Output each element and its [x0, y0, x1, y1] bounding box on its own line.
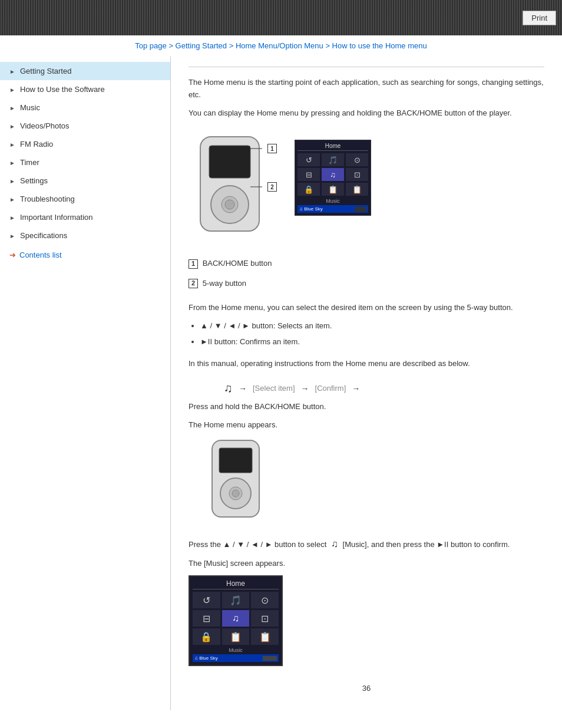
contents-list-arrow-icon: ➔ [9, 251, 16, 259]
nav-step-3: [Confirm] [315, 384, 346, 393]
sidebar-item-fm-radio[interactable]: ► FM Radio [0, 135, 170, 153]
battery-icon [355, 207, 366, 212]
step2-player-svg [206, 437, 265, 523]
intro-paragraph-2: You can display the Home menu by pressin… [189, 107, 544, 120]
large-home-cell-7: 🔒 [193, 628, 220, 645]
breadcrumb-sep3: > [325, 41, 332, 50]
home-screen-grid: ↺ 🎵 ⊙ ⊟ ♫ ⊡ 🔒 📋 📋 [297, 153, 368, 196]
breadcrumb-getting-started[interactable]: Getting Started [176, 41, 227, 50]
sidebar-item-timer[interactable]: ► Timer [0, 153, 170, 172]
sidebar-label-videos-photos: Videos/Photos [20, 121, 70, 130]
player-device-image: 1 2 [189, 131, 271, 245]
svg-point-11 [232, 490, 239, 497]
breadcrumb-home-menu[interactable]: Home Menu/Option Menu [236, 41, 323, 50]
intro-paragraph-1: The Home menu is the starting point of e… [189, 77, 544, 101]
step2-player-image [206, 437, 544, 525]
device-images-row: 1 2 Home ↺ 🎵 ⊙ ⊟ ♫ ⊡ 🔒 📋 📋 [189, 131, 544, 245]
arrow-icon-music: ► [9, 105, 15, 111]
large-status-text: ♫ Blue Sky [194, 655, 218, 661]
home-screen-large-title: Home [193, 579, 279, 589]
home-cell-2: 🎵 [322, 153, 344, 166]
home-screen-large-mockup: Home ↺ 🎵 ⊙ ⊟ ♫ ⊡ 🔒 📋 📋 Music ♫ Blue Sky [189, 575, 544, 666]
nav-arrow-3: → [352, 384, 360, 393]
large-home-cell-5: ♫ [222, 610, 250, 627]
large-home-cell-2: 🎵 [222, 592, 250, 608]
arrow-icon-fm-radio: ► [9, 141, 15, 147]
content-area: The Home menu is the starting point of e… [171, 56, 562, 710]
sidebar-label-how-to-use: How to Use the Software [20, 85, 105, 94]
home-cell-4: ⊟ [297, 168, 320, 181]
large-home-cell-8: 📋 [222, 628, 250, 645]
svg-point-4 [225, 200, 234, 209]
sidebar-item-troubleshooting[interactable]: ► Troubleshooting [0, 190, 170, 208]
bullet-item-2: ►II button: Confirms an item. [200, 336, 544, 348]
from-home-menu-text: From the Home menu, you can select the d… [189, 302, 544, 314]
button-description-list: ▲ / ▼ / ◄ / ► button: Selects an item. ►… [200, 320, 544, 348]
sidebar-item-music[interactable]: ► Music [0, 98, 170, 117]
home-screen-status: ♫ Blue Sky [297, 205, 368, 213]
callout-1: 1 [267, 144, 277, 153]
sidebar-label-troubleshooting: Troubleshooting [20, 195, 75, 203]
home-screen-music-label: Music [297, 198, 368, 204]
breadcrumb-top-page[interactable]: Top page [135, 41, 167, 50]
sidebar-label-specifications: Specifications [20, 231, 67, 240]
callout-2: 2 [267, 182, 277, 192]
sidebar-item-getting-started[interactable]: ► Getting Started [0, 62, 170, 80]
home-screen-large-grid: ↺ 🎵 ⊙ ⊟ ♫ ⊡ 🔒 📋 📋 [193, 592, 279, 645]
sidebar-item-how-to-use-software[interactable]: ► How to Use the Software [0, 80, 170, 98]
sidebar: ► Getting Started ► How to Use the Softw… [0, 56, 171, 710]
sidebar-item-videos-photos[interactable]: ► Videos/Photos [0, 117, 170, 135]
arrow-icon-how-to-use: ► [9, 87, 15, 93]
sidebar-item-specifications[interactable]: ► Specifications [0, 226, 170, 245]
status-text: ♫ Blue Sky [299, 206, 323, 212]
arrow-icon-specifications: ► [9, 233, 15, 239]
main-layout: ► Getting Started ► How to Use the Softw… [0, 56, 562, 710]
large-home-cell-6: ⊡ [251, 610, 279, 627]
header-bar: Print [0, 0, 562, 35]
in-this-manual-text: In this manual, operating instructions f… [189, 358, 544, 370]
large-battery-icon [263, 656, 277, 661]
svg-rect-1 [209, 146, 250, 178]
breadcrumb-sep1: > [168, 41, 175, 50]
arrow-icon-videos-photos: ► [9, 123, 15, 129]
home-screen-title: Home [297, 143, 368, 151]
back-home-button-label: 1 BACK/HOME button [189, 256, 544, 270]
home-menu-appears-text: The Home menu appears. [189, 419, 544, 431]
sidebar-label-settings: Settings [20, 176, 48, 185]
large-home-cell-1: ↺ [193, 592, 220, 608]
home-screen-large-status: ♫ Blue Sky [193, 654, 279, 662]
breadcrumb: Top page > Getting Started > Home Menu/O… [0, 35, 562, 56]
five-way-button-label: 2 5-way button [189, 276, 544, 290]
sidebar-item-important-information[interactable]: ► Important Information [0, 208, 170, 226]
home-screen-display: Home ↺ 🎵 ⊙ ⊟ ♫ ⊡ 🔒 📋 📋 Music ♫ Bl [295, 140, 371, 216]
nav-arrow-2: → [301, 384, 309, 393]
breadcrumb-sep2: > [229, 41, 236, 50]
music-nav-icon: ♫ [224, 381, 233, 395]
callout-label-2: 2 [189, 279, 198, 288]
home-cell-6: ⊡ [346, 168, 368, 181]
home-cell-3: ⊙ [346, 153, 368, 166]
home-cell-9: 📋 [346, 183, 368, 196]
large-home-cell-4: ⊟ [193, 610, 220, 627]
press-select-music-text: Press the ▲ / ▼ / ◄ / ► button to select… [189, 536, 544, 552]
bullet-item-1: ▲ / ▼ / ◄ / ► button: Selects an item. [200, 320, 544, 332]
callout-label-1: 1 [189, 259, 198, 269]
contents-list-link[interactable]: ➔ Contents list [0, 245, 170, 265]
home-cell-5: ♫ [322, 168, 344, 181]
nav-flow-diagram: ♫ → [Select item] → [Confirm] → [224, 381, 544, 395]
music-symbol: ♫ [331, 539, 338, 549]
content-divider [189, 67, 544, 67]
home-screen-small-mockup: Home ↺ 🎵 ⊙ ⊟ ♫ ⊡ 🔒 📋 📋 Music ♫ Bl [295, 137, 371, 219]
contents-list-label: Contents list [19, 251, 62, 259]
music-screen-appears-text: The [Music] screen appears. [189, 558, 544, 570]
arrow-icon-settings: ► [9, 178, 15, 184]
page-number: 36 [189, 684, 544, 693]
sidebar-label-music: Music [20, 103, 40, 112]
print-button[interactable]: Print [523, 11, 556, 25]
breadcrumb-how-to-use[interactable]: How to use the Home menu [332, 41, 427, 50]
sidebar-item-settings[interactable]: ► Settings [0, 172, 170, 190]
player-svg [189, 131, 271, 243]
home-screen-large-music-label: Music [193, 647, 279, 653]
sidebar-label-timer: Timer [20, 158, 39, 167]
large-home-cell-9: 📋 [251, 628, 279, 645]
